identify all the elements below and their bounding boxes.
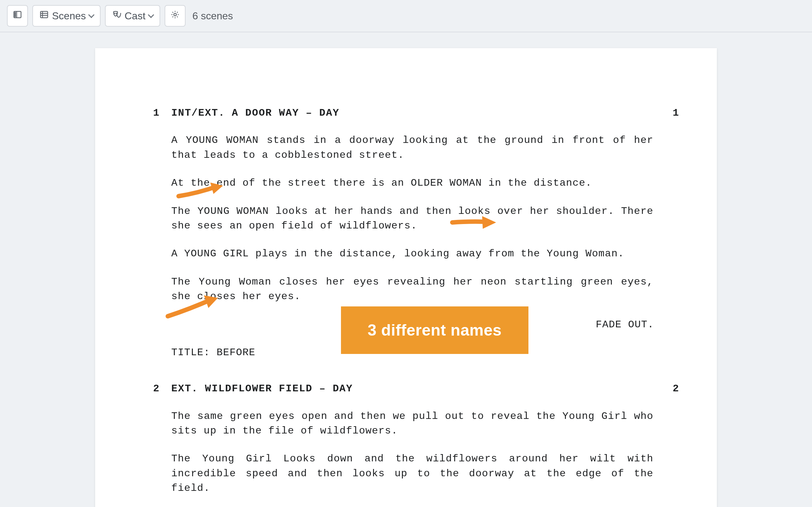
settings-button[interactable] bbox=[165, 5, 186, 26]
panel-toggle-button[interactable] bbox=[7, 5, 28, 26]
svg-rect-3 bbox=[41, 11, 48, 18]
gear-icon bbox=[170, 10, 180, 22]
callout-box: 3 different names bbox=[341, 306, 528, 354]
callout-label: 3 different names bbox=[368, 321, 502, 339]
action-text[interactable]: The Young Girl Looks down and the wildfl… bbox=[171, 452, 653, 496]
action-text[interactable]: At the end of the street there is an OLD… bbox=[171, 176, 653, 190]
scene-block: 2 EXT. WILDFLOWER FIELD – DAY 2 The same… bbox=[133, 382, 679, 496]
document-area: 1 INT/EXT. A DOOR WAY – DAY 1 A YOUNG WO… bbox=[0, 32, 812, 507]
scenes-list-icon bbox=[39, 10, 49, 22]
scenes-label: Scenes bbox=[52, 10, 86, 22]
cast-dropdown[interactable]: Cast bbox=[105, 5, 160, 26]
svg-rect-2 bbox=[14, 12, 16, 17]
script-page: 1 INT/EXT. A DOOR WAY – DAY 1 A YOUNG WO… bbox=[95, 48, 717, 507]
scenes-dropdown[interactable]: Scenes bbox=[32, 5, 101, 26]
scene-heading-row: 1 INT/EXT. A DOOR WAY – DAY 1 bbox=[133, 106, 679, 120]
toolbar: Scenes Cast 6 scenes bbox=[0, 0, 812, 32]
scene-number-right: 2 bbox=[653, 382, 679, 396]
svg-point-7 bbox=[114, 13, 115, 14]
chevron-down-icon bbox=[148, 12, 154, 18]
arrow-annotation bbox=[165, 291, 222, 320]
scene-heading[interactable]: INT/EXT. A DOOR WAY – DAY bbox=[171, 106, 653, 120]
scene-number-left: 2 bbox=[133, 382, 171, 396]
panel-icon bbox=[13, 10, 22, 22]
svg-point-9 bbox=[174, 13, 176, 16]
arrow-annotation bbox=[176, 179, 227, 201]
arrow-annotation bbox=[450, 214, 497, 233]
svg-point-8 bbox=[116, 13, 117, 14]
action-text[interactable]: A YOUNG GIRL plays in the distance, look… bbox=[171, 246, 653, 261]
scene-heading[interactable]: EXT. WILDFLOWER FIELD – DAY bbox=[171, 382, 653, 396]
chevron-down-icon bbox=[88, 12, 95, 18]
action-text[interactable]: A YOUNG WOMAN stands in a doorway lookin… bbox=[171, 133, 653, 163]
cast-label: Cast bbox=[125, 10, 146, 22]
action-text[interactable]: The Young Woman closes her eyes revealin… bbox=[171, 275, 653, 304]
action-text[interactable]: The YOUNG WOMAN looks at her hands and t… bbox=[171, 204, 653, 233]
scene-number-left: 1 bbox=[133, 106, 171, 120]
scene-heading-row: 2 EXT. WILDFLOWER FIELD – DAY 2 bbox=[133, 382, 679, 396]
action-text[interactable]: The same green eyes open and then we pul… bbox=[171, 409, 653, 439]
scene-number-right: 1 bbox=[653, 106, 679, 120]
scene-count: 6 scenes bbox=[193, 10, 233, 22]
cast-masks-icon bbox=[112, 10, 121, 22]
